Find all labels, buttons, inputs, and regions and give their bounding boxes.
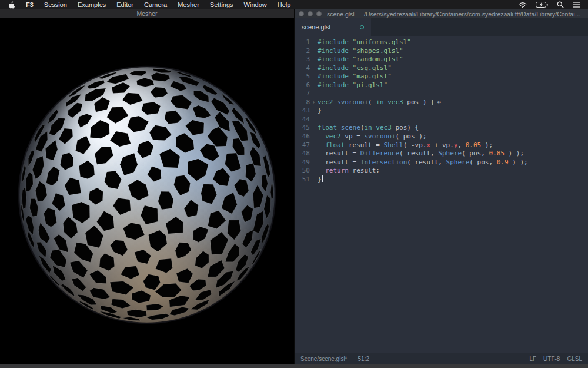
menu-window[interactable]: Window: [239, 0, 272, 9]
app-menu[interactable]: F3: [21, 0, 39, 9]
code-editor[interactable]: 1#include "uniforms.glsl"2#include "shap…: [295, 36, 588, 353]
code-line: 45float scene(in vec3 pos) {: [295, 124, 588, 132]
modified-indicator: [360, 25, 364, 29]
menu-mesher[interactable]: Mesher: [172, 0, 205, 9]
editor-titlebar[interactable]: scene.glsl — /Users/syedrezaali/Library/…: [295, 9, 588, 18]
line-number: 47: [295, 141, 310, 150]
code-line: 50 return result;: [295, 167, 588, 175]
code-text: }: [318, 107, 322, 115]
line-number: 4: [295, 64, 310, 73]
fold-slot: [310, 132, 318, 141]
fold-slot: [310, 115, 318, 124]
line-number: 7: [295, 89, 310, 98]
line-number: 8: [295, 98, 310, 107]
zoom-button[interactable]: [316, 11, 322, 16]
fold-slot: [310, 38, 318, 47]
mesher-viewport[interactable]: [0, 18, 294, 363]
apple-menu[interactable]: [4, 0, 21, 9]
tab-scene-glsl[interactable]: scene.glsl: [295, 18, 371, 36]
code-text: #include "map.glsl": [318, 72, 392, 81]
status-file-path: Scene/scene.glsl*: [300, 356, 348, 362]
apple-icon: [9, 1, 15, 9]
code-line: 2#include "shapes.glsl": [295, 47, 588, 56]
mesher-window: Mesher: [0, 9, 294, 364]
code-line: 3#include "random.glsl": [295, 55, 588, 64]
code-text: #include "shapes.glsl": [318, 47, 403, 56]
line-number: 46: [295, 132, 310, 141]
status-bar: Scene/scene.glsl* 51:2 LF UTF-8 GLSL: [295, 353, 588, 364]
code-text: float result = Shell( -vp.x + vp.y, 0.05…: [318, 141, 493, 150]
code-line: 1#include "uniforms.glsl": [295, 38, 588, 47]
menu-examples[interactable]: Examples: [72, 0, 111, 9]
fold-slot: [310, 89, 318, 98]
line-number: 6: [295, 81, 310, 90]
code-line: 7: [295, 89, 588, 98]
fold-arrow-icon[interactable]: ›: [310, 98, 318, 107]
line-number: 49: [295, 158, 310, 167]
close-button[interactable]: [299, 11, 304, 16]
code-text: vec2 svoronoi( in vec3 pos ) {↔: [318, 98, 441, 107]
code-line: 5#include "map.glsl": [295, 72, 588, 81]
editor-window-title: scene.glsl — /Users/syedrezaali/Library/…: [327, 11, 584, 18]
menu-bar: F3 Session Examples Editor Camera Mesher…: [0, 0, 588, 9]
fold-collapsed-icon[interactable]: ↔: [437, 98, 442, 106]
menu-bar-status-area: [519, 0, 584, 9]
code-line: 6#include "pi.glsl": [295, 81, 588, 90]
code-text: }: [318, 175, 323, 184]
code-line: 47 float result = Shell( -vp.x + vp.y, 0…: [295, 141, 588, 150]
fold-slot: [310, 175, 318, 184]
code-line: 43}: [295, 107, 588, 115]
fold-slot: [310, 167, 318, 175]
line-number: 48: [295, 150, 310, 158]
menu-camera[interactable]: Camera: [139, 0, 172, 9]
code-line: 46 vec2 vp = svoronoi( pos );: [295, 132, 588, 141]
fold-slot: [310, 81, 318, 90]
status-line-endings: LF: [529, 356, 536, 362]
status-encoding: UTF-8: [543, 356, 560, 362]
battery-charging-icon[interactable]: [536, 0, 548, 9]
code-text: float scene(in vec3 pos) {: [318, 124, 419, 132]
code-text: #include "csg.glsl": [318, 64, 392, 73]
code-text: return result;: [318, 167, 380, 175]
menu-editor[interactable]: Editor: [111, 0, 139, 9]
code-line: 8›vec2 svoronoi( in vec3 pos ) {↔: [295, 98, 588, 107]
code-text: result = Difference( result, Sphere( pos…: [318, 150, 524, 158]
line-number: 45: [295, 124, 310, 132]
tab-bar: scene.glsl: [295, 18, 588, 36]
fold-slot: [310, 107, 318, 115]
line-number: 3: [295, 55, 310, 64]
minimize-button[interactable]: [308, 11, 313, 16]
fold-slot: [310, 150, 318, 158]
code-lines: 1#include "uniforms.glsl"2#include "shap…: [295, 38, 588, 184]
fold-slot: [310, 124, 318, 132]
fold-slot: [310, 141, 318, 150]
menu-session[interactable]: Session: [39, 0, 72, 9]
line-number: 50: [295, 167, 310, 175]
fold-slot: [310, 47, 318, 56]
line-number: 5: [295, 72, 310, 81]
mesher-titlebar[interactable]: Mesher: [0, 9, 294, 18]
line-number: 2: [295, 47, 310, 56]
wifi-icon[interactable]: [519, 0, 527, 9]
fold-slot: [310, 64, 318, 73]
text-caret: [322, 175, 323, 182]
fold-slot: [310, 158, 318, 167]
status-language: GLSL: [567, 356, 582, 362]
code-line: 51}: [295, 175, 588, 184]
menu-settings[interactable]: Settings: [205, 0, 239, 9]
code-text: #include "random.glsl": [318, 55, 403, 64]
fold-slot: [310, 72, 318, 81]
code-line: 4#include "csg.glsl": [295, 64, 588, 73]
menu-help[interactable]: Help: [272, 0, 296, 9]
code-line: 48 result = Difference( result, Sphere( …: [295, 150, 588, 158]
window-controls: [299, 11, 322, 16]
mesher-window-title: Mesher: [136, 10, 157, 17]
tab-label: scene.glsl: [302, 24, 330, 31]
status-cursor-position: 51:2: [358, 356, 369, 362]
line-number: 43: [295, 107, 310, 115]
spotlight-search-icon[interactable]: [557, 0, 564, 9]
fold-slot: [310, 55, 318, 64]
code-text: vec2 vp = svoronoi( pos );: [318, 132, 426, 141]
notification-list-icon[interactable]: [573, 0, 580, 9]
code-line: 49 result = Intersection( result, Sphere…: [295, 158, 588, 167]
